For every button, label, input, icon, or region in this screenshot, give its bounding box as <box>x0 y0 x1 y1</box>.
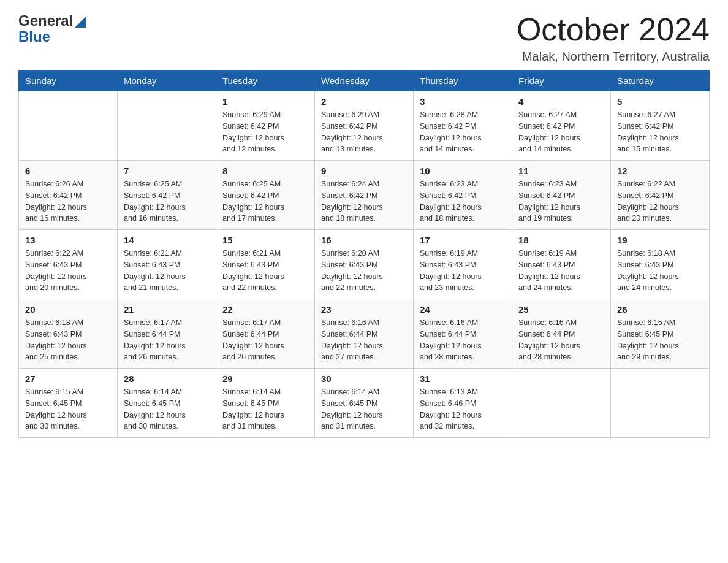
day-number: 12 <box>617 166 703 176</box>
week-row-5: 27Sunrise: 6:15 AM Sunset: 6:45 PM Dayli… <box>19 369 710 438</box>
day-number: 18 <box>518 235 604 245</box>
logo-blue-text: Blue <box>18 28 50 45</box>
day-number: 15 <box>222 235 308 245</box>
logo-triangle-icon <box>75 17 86 28</box>
day-info: Sunrise: 6:16 AM Sunset: 6:44 PM Dayligh… <box>518 317 604 363</box>
week-row-2: 6Sunrise: 6:26 AM Sunset: 6:42 PM Daylig… <box>19 161 710 230</box>
day-cell: 7Sunrise: 6:25 AM Sunset: 6:42 PM Daylig… <box>118 161 216 230</box>
page-header: General Blue October 2024 Malak, Norther… <box>18 12 710 64</box>
calendar-table: SundayMondayTuesdayWednesdayThursdayFrid… <box>18 70 710 438</box>
day-cell: 21Sunrise: 6:17 AM Sunset: 6:44 PM Dayli… <box>118 299 216 369</box>
day-cell: 11Sunrise: 6:23 AM Sunset: 6:42 PM Dayli… <box>512 161 611 230</box>
day-info: Sunrise: 6:15 AM Sunset: 6:45 PM Dayligh… <box>25 386 111 432</box>
day-cell: 4Sunrise: 6:27 AM Sunset: 6:42 PM Daylig… <box>512 91 611 161</box>
weekday-header-sunday: Sunday <box>19 71 118 91</box>
day-cell: 22Sunrise: 6:17 AM Sunset: 6:44 PM Dayli… <box>216 299 315 369</box>
day-number: 5 <box>617 96 703 107</box>
week-row-1: 1Sunrise: 6:29 AM Sunset: 6:42 PM Daylig… <box>19 91 710 161</box>
day-number: 4 <box>518 96 604 107</box>
day-number: 27 <box>25 373 111 384</box>
day-info: Sunrise: 6:22 AM Sunset: 6:42 PM Dayligh… <box>617 178 703 224</box>
weekday-header-monday: Monday <box>118 71 216 91</box>
week-row-4: 20Sunrise: 6:18 AM Sunset: 6:43 PM Dayli… <box>19 299 710 369</box>
day-cell: 23Sunrise: 6:16 AM Sunset: 6:44 PM Dayli… <box>315 299 414 369</box>
day-cell: 18Sunrise: 6:19 AM Sunset: 6:43 PM Dayli… <box>512 230 611 299</box>
day-number: 31 <box>420 373 506 384</box>
day-info: Sunrise: 6:29 AM Sunset: 6:42 PM Dayligh… <box>321 109 407 155</box>
day-number: 7 <box>124 166 210 176</box>
day-info: Sunrise: 6:24 AM Sunset: 6:42 PM Dayligh… <box>321 178 407 224</box>
day-cell: 26Sunrise: 6:15 AM Sunset: 6:45 PM Dayli… <box>611 299 710 369</box>
day-info: Sunrise: 6:16 AM Sunset: 6:44 PM Dayligh… <box>321 317 407 363</box>
day-info: Sunrise: 6:22 AM Sunset: 6:43 PM Dayligh… <box>25 248 111 294</box>
day-info: Sunrise: 6:26 AM Sunset: 6:42 PM Dayligh… <box>25 178 111 224</box>
day-info: Sunrise: 6:25 AM Sunset: 6:42 PM Dayligh… <box>124 178 210 224</box>
day-number: 14 <box>124 235 210 245</box>
day-info: Sunrise: 6:27 AM Sunset: 6:42 PM Dayligh… <box>617 109 703 155</box>
day-cell: 28Sunrise: 6:14 AM Sunset: 6:45 PM Dayli… <box>118 369 216 438</box>
day-number: 2 <box>321 96 407 107</box>
weekday-header-thursday: Thursday <box>414 71 512 91</box>
day-number: 13 <box>25 235 111 245</box>
location-text: Malak, Northern Territory, Australia <box>517 50 710 64</box>
day-info: Sunrise: 6:14 AM Sunset: 6:45 PM Dayligh… <box>321 386 407 432</box>
day-cell: 10Sunrise: 6:23 AM Sunset: 6:42 PM Dayli… <box>414 161 512 230</box>
day-info: Sunrise: 6:18 AM Sunset: 6:43 PM Dayligh… <box>25 317 111 363</box>
title-block: October 2024 Malak, Northern Territory, … <box>517 12 710 64</box>
day-info: Sunrise: 6:23 AM Sunset: 6:42 PM Dayligh… <box>518 178 604 224</box>
day-cell: 30Sunrise: 6:14 AM Sunset: 6:45 PM Dayli… <box>315 369 414 438</box>
day-number: 3 <box>420 96 506 107</box>
day-cell: 20Sunrise: 6:18 AM Sunset: 6:43 PM Dayli… <box>19 299 118 369</box>
day-cell: 15Sunrise: 6:21 AM Sunset: 6:43 PM Dayli… <box>216 230 315 299</box>
day-info: Sunrise: 6:19 AM Sunset: 6:43 PM Dayligh… <box>518 248 604 294</box>
week-row-3: 13Sunrise: 6:22 AM Sunset: 6:43 PM Dayli… <box>19 230 710 299</box>
weekday-header-saturday: Saturday <box>611 71 710 91</box>
day-info: Sunrise: 6:13 AM Sunset: 6:46 PM Dayligh… <box>420 386 506 432</box>
day-cell <box>512 369 611 438</box>
day-number: 17 <box>420 235 506 245</box>
day-cell: 1Sunrise: 6:29 AM Sunset: 6:42 PM Daylig… <box>216 91 315 161</box>
day-number: 9 <box>321 166 407 176</box>
day-number: 16 <box>321 235 407 245</box>
day-cell: 31Sunrise: 6:13 AM Sunset: 6:46 PM Dayli… <box>414 369 512 438</box>
day-number: 19 <box>617 235 703 245</box>
day-cell <box>19 91 118 161</box>
day-info: Sunrise: 6:23 AM Sunset: 6:42 PM Dayligh… <box>420 178 506 224</box>
day-number: 26 <box>617 304 703 315</box>
day-info: Sunrise: 6:15 AM Sunset: 6:45 PM Dayligh… <box>617 317 703 363</box>
day-cell: 12Sunrise: 6:22 AM Sunset: 6:42 PM Dayli… <box>611 161 710 230</box>
day-cell: 14Sunrise: 6:21 AM Sunset: 6:43 PM Dayli… <box>118 230 216 299</box>
day-cell: 5Sunrise: 6:27 AM Sunset: 6:42 PM Daylig… <box>611 91 710 161</box>
day-cell: 2Sunrise: 6:29 AM Sunset: 6:42 PM Daylig… <box>315 91 414 161</box>
day-info: Sunrise: 6:17 AM Sunset: 6:44 PM Dayligh… <box>222 317 308 363</box>
day-number: 24 <box>420 304 506 315</box>
day-info: Sunrise: 6:14 AM Sunset: 6:45 PM Dayligh… <box>124 386 210 432</box>
day-info: Sunrise: 6:21 AM Sunset: 6:43 PM Dayligh… <box>124 248 210 294</box>
day-cell: 9Sunrise: 6:24 AM Sunset: 6:42 PM Daylig… <box>315 161 414 230</box>
day-number: 23 <box>321 304 407 315</box>
day-info: Sunrise: 6:28 AM Sunset: 6:42 PM Dayligh… <box>420 109 506 155</box>
day-cell <box>118 91 216 161</box>
day-cell: 29Sunrise: 6:14 AM Sunset: 6:45 PM Dayli… <box>216 369 315 438</box>
day-number: 25 <box>518 304 604 315</box>
day-cell: 17Sunrise: 6:19 AM Sunset: 6:43 PM Dayli… <box>414 230 512 299</box>
day-number: 30 <box>321 373 407 384</box>
day-cell: 13Sunrise: 6:22 AM Sunset: 6:43 PM Dayli… <box>19 230 118 299</box>
weekday-header-friday: Friday <box>512 71 611 91</box>
day-info: Sunrise: 6:14 AM Sunset: 6:45 PM Dayligh… <box>222 386 308 432</box>
day-info: Sunrise: 6:27 AM Sunset: 6:42 PM Dayligh… <box>518 109 604 155</box>
day-number: 6 <box>25 166 111 176</box>
day-number: 20 <box>25 304 111 315</box>
day-cell: 16Sunrise: 6:20 AM Sunset: 6:43 PM Dayli… <box>315 230 414 299</box>
day-number: 28 <box>124 373 210 384</box>
month-title: October 2024 <box>517 12 710 47</box>
day-number: 8 <box>222 166 308 176</box>
day-cell: 24Sunrise: 6:16 AM Sunset: 6:44 PM Dayli… <box>414 299 512 369</box>
day-number: 21 <box>124 304 210 315</box>
day-number: 1 <box>222 96 308 107</box>
day-number: 10 <box>420 166 506 176</box>
day-cell: 25Sunrise: 6:16 AM Sunset: 6:44 PM Dayli… <box>512 299 611 369</box>
day-info: Sunrise: 6:19 AM Sunset: 6:43 PM Dayligh… <box>420 248 506 294</box>
day-cell <box>611 369 710 438</box>
logo: General Blue <box>18 12 86 45</box>
